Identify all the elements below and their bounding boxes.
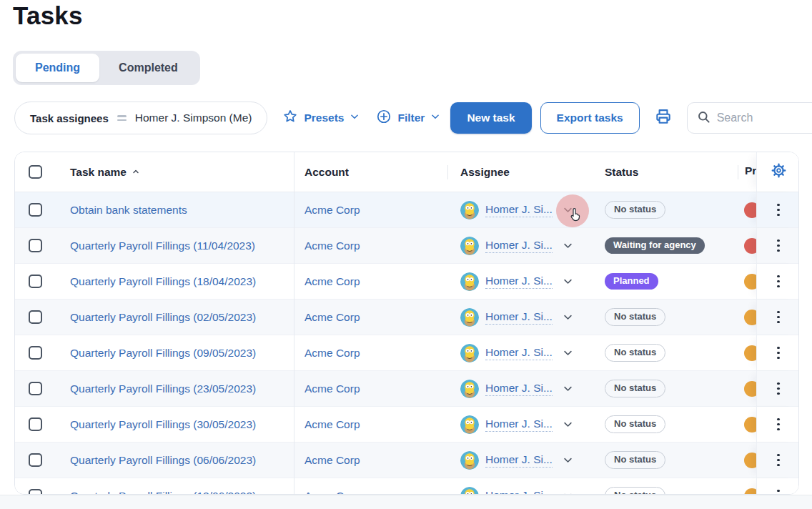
avatar <box>460 272 479 291</box>
tab-bar: Pending Completed <box>13 51 200 85</box>
print-button[interactable] <box>654 107 673 129</box>
chevron-down-icon[interactable] <box>563 204 573 215</box>
avatar <box>460 344 479 362</box>
assignee-name: Homer J. Si... <box>485 275 553 289</box>
table-row: Quarterly Payroll Fillings (09/05/2023) … <box>15 335 798 371</box>
search-input[interactable] <box>717 112 812 124</box>
gear-icon <box>771 162 787 182</box>
status-badge[interactable]: No status <box>605 380 665 397</box>
row-checkbox[interactable] <box>29 275 42 288</box>
assignee-name: Homer J. Si... <box>485 203 553 217</box>
chevron-down-icon[interactable] <box>563 455 573 465</box>
account-link[interactable]: Acme Corp <box>304 204 360 216</box>
status-badge[interactable]: No status <box>605 451 665 469</box>
account-link[interactable]: Acme Corp <box>304 347 360 359</box>
column-header-account[interactable]: Account <box>294 166 447 179</box>
row-checkbox[interactable] <box>29 203 42 217</box>
row-checkbox[interactable] <box>29 382 42 395</box>
assignee-name: Homer J. Si... <box>485 453 553 468</box>
account-link[interactable]: Acme Corp <box>304 239 360 252</box>
status-badge[interactable]: No status <box>605 344 665 362</box>
export-tasks-button[interactable]: Export tasks <box>540 102 640 134</box>
task-name-link[interactable]: Quarterly Payroll Fillings (06/06/2023) <box>70 454 256 466</box>
column-settings-button[interactable] <box>756 152 799 192</box>
assignee-cell[interactable]: Homer J. Si... <box>447 272 603 291</box>
assignee-cell[interactable]: Homer J. Si... <box>447 380 603 398</box>
assignee-filter-chip[interactable]: Task assignees Homer J. Simpson (Me) <box>14 102 267 134</box>
table-row: Quarterly Payroll Fillings (13/06/2023) … <box>15 478 798 495</box>
status-badge[interactable]: No status <box>605 487 665 495</box>
assignee-cell[interactable]: Homer J. Si... <box>447 415 603 434</box>
column-header-status[interactable]: Status <box>603 166 738 179</box>
filter-button[interactable]: Filter <box>376 109 440 127</box>
kebab-menu-icon[interactable] <box>774 272 783 291</box>
avatar <box>460 415 479 434</box>
kebab-menu-icon[interactable] <box>774 344 783 362</box>
chevron-down-icon[interactable] <box>563 419 573 430</box>
account-link[interactable]: Acme Corp <box>304 275 360 287</box>
status-badge[interactable]: Planned <box>605 273 658 290</box>
status-badge[interactable]: Waiting for agency <box>605 237 705 254</box>
row-checkbox[interactable] <box>29 489 42 495</box>
chevron-down-icon[interactable] <box>563 383 573 394</box>
status-badge[interactable]: No status <box>605 201 665 219</box>
task-name-link[interactable]: Quarterly Payroll Fillings (23/05/2023) <box>70 382 256 395</box>
kebab-menu-icon[interactable] <box>774 237 783 255</box>
search-box <box>687 102 812 134</box>
assignee-cell[interactable]: Homer J. Si... <box>447 308 603 327</box>
account-link[interactable]: Acme Corp <box>304 382 360 395</box>
printer-icon <box>654 107 673 129</box>
plus-circle-icon <box>376 109 392 127</box>
toolbar: Task assignees Homer J. Simpson (Me) Pre… <box>14 102 812 134</box>
row-checkbox[interactable] <box>29 310 42 324</box>
column-header-assignee[interactable]: Assignee <box>447 166 603 179</box>
account-link[interactable]: Acme Corp <box>304 418 360 430</box>
select-all-checkbox[interactable] <box>29 165 42 179</box>
row-checkbox[interactable] <box>29 453 42 467</box>
status-badge[interactable]: No status <box>605 415 665 433</box>
chevron-down-icon[interactable] <box>563 312 573 322</box>
account-link[interactable]: Acme Corp <box>304 454 360 466</box>
assignee-cell[interactable]: Homer J. Si... <box>447 201 603 219</box>
table-row: Obtain bank statements Acme Corp Homer J… <box>15 192 798 228</box>
assignee-cell[interactable]: Homer J. Si... <box>447 451 603 470</box>
avatar <box>460 380 479 398</box>
assignee-cell[interactable]: Homer J. Si... <box>447 487 603 495</box>
star-icon <box>282 109 298 127</box>
tab-pending[interactable]: Pending <box>16 54 99 82</box>
new-task-button[interactable]: New task <box>450 102 531 134</box>
kebab-menu-icon[interactable] <box>774 487 783 495</box>
tasks-page: Tasks Pending Completed Task assignees H… <box>0 0 812 509</box>
account-link[interactable]: Acme Corp <box>304 311 360 323</box>
chevron-down-icon[interactable] <box>563 347 573 358</box>
avatar <box>460 308 479 327</box>
account-link[interactable]: Acme Corp <box>304 490 360 495</box>
kebab-menu-icon[interactable] <box>774 380 783 398</box>
presets-button[interactable]: Presets <box>282 109 360 127</box>
task-name-link[interactable]: Quarterly Payroll Fillings (09/05/2023) <box>70 347 256 359</box>
tasks-table: Task name Account Assignee Status Pr <box>14 152 799 495</box>
table-row: Quarterly Payroll Fillings (06/06/2023) … <box>15 443 798 478</box>
kebab-menu-icon[interactable] <box>774 201 783 219</box>
assignee-cell[interactable]: Homer J. Si... <box>447 344 603 362</box>
task-name-link[interactable]: Quarterly Payroll Fillings (30/05/2023) <box>70 418 256 430</box>
kebab-menu-icon[interactable] <box>774 415 783 434</box>
task-name-link[interactable]: Quarterly Payroll Fillings (18/04/2023) <box>70 275 256 287</box>
assignee-cell[interactable]: Homer J. Si... <box>447 237 603 255</box>
task-name-link[interactable]: Obtain bank statements <box>70 204 187 216</box>
row-checkbox[interactable] <box>29 417 42 431</box>
task-name-link[interactable]: Quarterly Payroll Fillings (13/06/2023) <box>70 490 256 495</box>
tab-completed[interactable]: Completed <box>99 54 197 82</box>
column-header-priority[interactable]: Pr <box>738 152 756 192</box>
task-name-link[interactable]: Quarterly Payroll Fillings (02/05/2023) <box>70 311 256 323</box>
kebab-menu-icon[interactable] <box>774 308 783 327</box>
column-header-task-name[interactable]: Task name <box>56 166 294 179</box>
task-name-link[interactable]: Quarterly Payroll Fillings (11/04/2023) <box>70 239 255 252</box>
status-badge[interactable]: No status <box>605 308 665 326</box>
chevron-down-icon[interactable] <box>563 276 573 287</box>
row-checkbox[interactable] <box>29 346 42 360</box>
new-task-label: New task <box>467 112 515 124</box>
row-checkbox[interactable] <box>29 239 42 252</box>
chevron-down-icon[interactable] <box>563 240 573 251</box>
kebab-menu-icon[interactable] <box>774 451 783 470</box>
